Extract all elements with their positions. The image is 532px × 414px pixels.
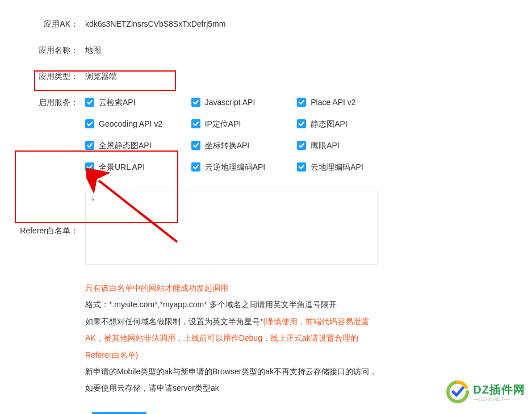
checkbox-icon[interactable]	[85, 162, 94, 172]
checkbox-icon[interactable]	[85, 141, 94, 150]
service-item-5[interactable]: 静态图API	[297, 116, 403, 132]
label-name: 应用名称：	[17, 42, 85, 58]
checkbox-icon[interactable]	[297, 98, 306, 107]
service-item-10[interactable]: 云逆地理编码API	[191, 159, 298, 175]
service-label: 全景URL API	[99, 159, 145, 175]
service-item-1[interactable]: Javascript API	[191, 94, 298, 110]
checkbox-icon[interactable]	[297, 162, 306, 172]
service-item-0[interactable]: 云检索API	[85, 94, 191, 110]
note-4: 新申请的Mobile类型的ak与新申请的Browser类型的ak不再支持云存储接…	[85, 363, 378, 397]
service-label: 云逆地理编码API	[205, 159, 266, 175]
submit-button[interactable]: 提交	[92, 412, 146, 414]
service-item-9[interactable]: 全景URL API	[85, 159, 191, 175]
value-ak: kdk6s3NETZlnsrsCVbS8SxTxDefrj5mm	[85, 16, 515, 32]
watermark-sub: —DZ-X.NET—	[473, 396, 525, 402]
service-item-3[interactable]: Geocoding API v2	[85, 116, 191, 132]
service-item-4[interactable]: IP定位API	[191, 116, 298, 132]
watermark-logo-icon	[446, 380, 470, 404]
service-label: Geocoding API v2	[99, 116, 162, 132]
service-item-11[interactable]: 云地理编码API	[297, 159, 403, 175]
service-label: Javascript API	[205, 94, 255, 110]
service-item-6[interactable]: 全景静态图API	[85, 137, 191, 153]
value-type: 浏览器端	[85, 68, 515, 84]
service-label: Place API v2	[311, 94, 355, 110]
checkbox-icon[interactable]	[191, 162, 200, 172]
service-label: 坐标转换API	[205, 137, 250, 153]
checkbox-icon[interactable]	[191, 119, 200, 128]
label-type: 应用类型：	[17, 68, 85, 84]
checkbox-icon[interactable]	[191, 98, 200, 107]
note-1: 只有该白名单中的网站才能成功发起调用	[85, 280, 378, 296]
watermark-title: DZ插件网	[473, 382, 525, 398]
label-services: 启用服务：	[17, 94, 85, 110]
checkbox-icon[interactable]	[297, 119, 306, 128]
checkbox-icon[interactable]	[191, 141, 200, 150]
whitelist-input[interactable]	[85, 191, 378, 265]
note-3a: 如果不想对任何域名做限制，设置为英文半角星号*	[85, 317, 263, 326]
checkbox-icon[interactable]	[85, 98, 94, 107]
label-whitelist: Referer白名单：	[17, 223, 85, 239]
service-label: IP定位API	[205, 116, 241, 132]
service-item-2[interactable]: Place API v2	[297, 94, 403, 110]
service-label: 云地理编码API	[311, 159, 363, 175]
watermark: DZ插件网 —DZ-X.NET—	[446, 380, 525, 404]
service-item-7[interactable]: 坐标转换API	[191, 137, 298, 153]
checkbox-icon[interactable]	[297, 141, 306, 150]
service-item-8[interactable]: 鹰眼API	[297, 137, 403, 153]
value-name: 地图	[85, 42, 515, 58]
label-ak: 应用AK：	[17, 16, 85, 32]
service-label: 静态图API	[311, 116, 347, 132]
service-label: 鹰眼API	[311, 137, 340, 153]
note-2: 格式：*.mysite.com*,*myapp.com* 多个域名之间请用英文半…	[85, 296, 378, 313]
checkbox-icon[interactable]	[85, 119, 94, 128]
service-label: 云检索API	[99, 94, 136, 110]
service-label: 全景静态图API	[99, 137, 152, 153]
